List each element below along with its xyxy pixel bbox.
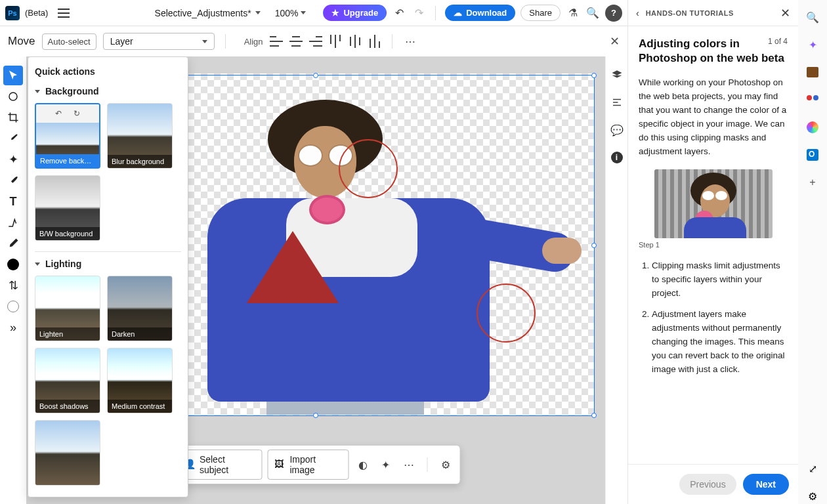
next-button[interactable]: Next <box>743 474 789 495</box>
target-layer-dropdown[interactable]: Layer <box>103 33 215 50</box>
chevron-down-icon <box>35 90 40 93</box>
qa-lighten[interactable]: Lighten <box>35 276 100 341</box>
ai-icon[interactable]: ✦ <box>805 37 820 52</box>
document-title-text: Selective_Adjustments* <box>155 8 251 18</box>
handle-bm[interactable] <box>313 413 318 418</box>
handle-br[interactable] <box>591 413 597 418</box>
select-subject-label: Select subject <box>200 454 255 475</box>
search-icon[interactable]: 🔍 <box>805 9 820 25</box>
sliders-icon[interactable]: ⚙ <box>436 455 454 474</box>
tutorial-breadcrumb[interactable]: HANDS-ON TUTORIALS <box>646 9 734 17</box>
qa-darken[interactable]: Darken <box>107 276 173 341</box>
qa-bw-background[interactable]: B/W background <box>35 175 100 241</box>
section-background[interactable]: Background <box>35 86 181 96</box>
tutorial-footer: Previous Next <box>628 464 798 504</box>
handle-tm[interactable] <box>313 73 318 78</box>
handle-tr[interactable] <box>591 73 597 78</box>
step-counter: 1 of 4 <box>768 37 788 46</box>
info-icon[interactable]: i <box>610 151 624 164</box>
chevron-down-icon <box>35 262 40 266</box>
separator <box>225 34 226 49</box>
expand-icon[interactable]: ⤢ <box>805 461 820 476</box>
align-top-icon[interactable] <box>330 35 341 48</box>
more-icon[interactable]: ⋯ <box>400 455 417 474</box>
tutorial-header: ‹ HANDS-ON TUTORIALS ✕ <box>628 0 798 26</box>
align-center-v-icon[interactable] <box>350 35 360 48</box>
tutorial-title: Adjusting colors in Photoshop on the web… <box>639 37 788 66</box>
active-tool-label: Move <box>8 35 35 48</box>
beta-label: (Beta) <box>25 8 48 18</box>
outlook-icon[interactable] <box>805 147 820 163</box>
tutorial-list-item: Clipping masks limit adjustments to spec… <box>652 259 788 301</box>
divider <box>35 251 181 252</box>
document-title-dropdown[interactable]: Selective_Adjustments* <box>155 8 261 18</box>
object-select-tool[interactable] <box>3 87 23 106</box>
upgrade-button[interactable]: ★ Upgrade <box>323 5 387 21</box>
auto-select-toggle[interactable]: Auto-select <box>42 33 96 50</box>
align-left-icon[interactable] <box>270 36 283 47</box>
redo-icon: ↻ <box>74 109 80 118</box>
beaker-icon[interactable]: ⚗ <box>566 6 580 20</box>
more-options-icon[interactable]: ⋯ <box>403 34 417 49</box>
qa-blur-background[interactable]: Blur background <box>107 103 173 169</box>
color-sampler-tool[interactable] <box>3 234 23 253</box>
upgrade-label: Upgrade <box>343 8 378 18</box>
settings-icon[interactable]: ⚙ <box>805 488 820 504</box>
spot-heal-tool[interactable]: ✦ <box>3 150 23 169</box>
menu-button[interactable] <box>56 5 72 21</box>
add-icon[interactable]: + <box>805 175 820 190</box>
qa-medium-contrast[interactable]: Medium contrast <box>107 348 173 413</box>
eyedropper-tool[interactable] <box>3 129 23 148</box>
select-subject-button[interactable]: 👤 Select subject <box>177 450 263 480</box>
image-import-icon: 🖼 <box>274 459 286 471</box>
brush-tool[interactable] <box>3 171 23 190</box>
close-tutorial-button[interactable]: ✕ <box>780 6 790 20</box>
align-bottom-icon[interactable] <box>370 35 380 48</box>
foreground-color[interactable] <box>3 255 23 274</box>
app-logo[interactable]: Ps <box>5 6 20 20</box>
text-tool[interactable]: T <box>3 192 23 211</box>
qa-extra[interactable] <box>35 420 100 486</box>
move-tool[interactable] <box>3 66 23 85</box>
qa-remove-background[interactable]: ↶↻ Remove backgr... <box>35 103 100 169</box>
separator <box>392 34 392 49</box>
zoom-value: 100% <box>275 8 299 18</box>
close-options-button[interactable]: ✕ <box>610 34 620 49</box>
chevron-down-icon <box>301 11 306 14</box>
more-tools-icon[interactable]: » <box>3 318 23 337</box>
undo-button[interactable]: ↶ <box>392 6 406 20</box>
swap-colors-icon[interactable]: ⇅ <box>3 276 23 295</box>
section-lighting[interactable]: Lighting <box>35 259 181 269</box>
right-panel-strip: 💬 i <box>605 56 627 504</box>
background-color[interactable] <box>3 297 23 316</box>
people-icon[interactable] <box>805 92 820 108</box>
share-button[interactable]: Share <box>520 5 561 21</box>
copilot-icon[interactable] <box>805 119 820 135</box>
effects-icon[interactable]: ✦ <box>377 455 394 474</box>
separator <box>427 457 427 472</box>
previous-button: Previous <box>679 474 736 495</box>
crop-tool[interactable] <box>3 108 23 127</box>
download-button[interactable]: ☁ Download <box>445 5 515 21</box>
adjust-icon[interactable]: ◐ <box>354 455 371 474</box>
comments-icon[interactable]: 💬 <box>610 123 624 136</box>
search-button[interactable]: 🔍 <box>585 6 600 20</box>
layer-add-tool[interactable] <box>3 213 23 232</box>
import-image-button[interactable]: 🖼 Import image <box>267 450 349 480</box>
help-button[interactable]: ? <box>605 5 622 22</box>
properties-icon[interactable] <box>610 96 624 109</box>
briefcase-icon[interactable] <box>805 64 820 80</box>
layers-icon[interactable] <box>610 68 624 81</box>
handle-mr[interactable] <box>591 243 597 248</box>
qa-label: Medium contrast <box>108 400 172 413</box>
qa-label: Remove backgr... <box>36 154 99 167</box>
chevron-down-icon <box>202 40 207 43</box>
align-right-icon[interactable] <box>309 36 322 47</box>
options-bar: Move Auto-select Layer Align ⋯ ✕ <box>0 26 627 56</box>
qa-boost-shadows[interactable]: Boost shadows <box>35 348 100 413</box>
back-button[interactable]: ‹ <box>636 8 639 18</box>
redo-button[interactable]: ↷ <box>412 6 426 20</box>
align-center-h-icon[interactable] <box>289 36 303 47</box>
zoom-dropdown[interactable]: 100% <box>275 8 307 18</box>
tutorial-paragraph: While working on your Photoshop on the w… <box>639 76 788 159</box>
